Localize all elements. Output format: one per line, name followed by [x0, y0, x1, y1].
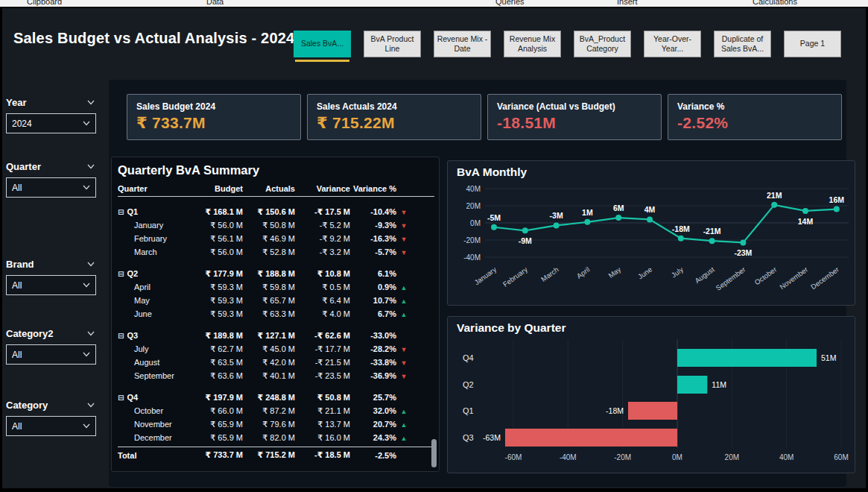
tab-revenue-mix-date[interactable]: Revenue Mix - Date	[434, 31, 491, 57]
tab-sales-bva[interactable]: Sales BvA...	[294, 31, 351, 57]
collapse-icon[interactable]: ⊟	[118, 208, 124, 216]
ribbon-clipboard[interactable]: Clipboard	[27, 0, 62, 6]
table-row-month[interactable]: February₹ 56.1 M₹ 46.9 M-₹ 9.2 M-16.3%▼	[118, 232, 434, 245]
slicer-year-dropdown[interactable]: 2024	[6, 113, 96, 133]
tab-bva-product-line[interactable]: BvA Product Line	[364, 31, 421, 57]
tab-bva-product-category[interactable]: BvA_Product Category	[574, 31, 631, 57]
column-header-variance: Variance	[295, 184, 350, 193]
chevron-down-icon[interactable]	[83, 423, 90, 429]
row-label: April	[134, 283, 151, 291]
svg-text:21M: 21M	[767, 191, 782, 200]
column-header-actuals: Actuals	[243, 184, 295, 193]
svg-text:June: June	[636, 265, 653, 281]
bva-monthly-panel: BvA Monthly 40M20M0M-20M-40M-5MJanuary-9…	[447, 160, 855, 306]
row-label: June	[134, 309, 152, 318]
svg-text:-40M: -40M	[560, 453, 577, 461]
table-row-month[interactable]: May₹ 59.3 M₹ 65.7 M₹ 6.4 M10.7%▲	[118, 294, 434, 307]
slicer-brand-dropdown[interactable]: All	[6, 275, 96, 295]
down-triangle-icon: ▼	[401, 359, 408, 367]
chevron-down-icon[interactable]	[87, 164, 95, 169]
table-row-quarter[interactable]: ⊟Q3₹ 189.8 M₹ 127.1 M-₹ 62.6 M-33.0%	[118, 329, 434, 342]
ribbon-insert[interactable]: Insert	[617, 0, 638, 6]
up-triangle-icon: ▲	[401, 297, 408, 305]
slicer-quarter-dropdown[interactable]: All	[6, 177, 96, 198]
row-label: September	[134, 371, 174, 380]
up-triangle-icon: ▲	[401, 435, 408, 442]
svg-text:-21M: -21M	[703, 227, 721, 236]
slicer-category2: Category2All	[6, 328, 96, 365]
tab-revenue-mix-analysis[interactable]: Revenue Mix Analysis	[504, 31, 561, 57]
column-header-quarter: Quarter	[118, 184, 188, 193]
chevron-down-icon[interactable]	[87, 262, 95, 267]
kpi-title: Sales Budget 2024	[136, 101, 291, 112]
quarterly-bva-summary-panel: Quarterly BvA Summary QuarterBudgetActua…	[111, 157, 440, 472]
bva-monthly-line-chart[interactable]: 40M20M0M-20M-40M-5MJanuary-9MFebruary-3M…	[448, 161, 855, 305]
ribbon-data[interactable]: Data	[206, 0, 224, 6]
chevron-down-icon[interactable]	[87, 331, 95, 336]
tab-year-over-year[interactable]: Year-Over-Year...	[644, 31, 701, 57]
table-row-month[interactable]: January₹ 56.0 M₹ 50.8 M-₹ 5.2 M-9.3%▼	[118, 218, 434, 232]
ribbon-queries[interactable]: Queries	[495, 0, 525, 6]
table-row-quarter[interactable]: ⊟Q2₹ 177.9 M₹ 188.8 M₹ 10.8 M6.1%	[118, 267, 434, 280]
chevron-down-icon[interactable]	[83, 121, 90, 126]
row-label: January	[134, 221, 163, 230]
row-label: July	[134, 344, 149, 353]
svg-text:-20M: -20M	[614, 453, 631, 461]
tab-page-1[interactable]: Page 1	[784, 31, 841, 57]
tab-duplicate-of-sales-bva[interactable]: Duplicate of Sales BvA...	[714, 31, 771, 57]
chevron-down-icon[interactable]	[83, 185, 90, 190]
svg-text:March: March	[539, 265, 560, 283]
table-row-month[interactable]: June₹ 59.3 M₹ 63.3 M₹ 4.0 M6.7%▲	[118, 307, 434, 321]
chevron-down-icon[interactable]	[83, 352, 90, 357]
table-row-month[interactable]: March₹ 56.0 M₹ 52.8 M-₹ 3.2 M-5.7%▼	[118, 245, 434, 259]
svg-text:-40M: -40M	[463, 253, 481, 262]
table-row-month[interactable]: October₹ 66.0 M₹ 87.2 M₹ 21.1 M32.0%▲	[118, 404, 434, 417]
table-row-month[interactable]: November₹ 65.9 M₹ 79.6 M₹ 13.7 M20.7%▲	[118, 417, 434, 431]
table-scrollbar-thumb[interactable]	[431, 439, 437, 467]
column-header-budget: Budget	[188, 184, 243, 193]
svg-text:-9M: -9M	[519, 236, 532, 245]
slicer-label: Category	[6, 400, 48, 411]
svg-text:14M: 14M	[798, 217, 814, 226]
table-row-month[interactable]: August₹ 63.5 M₹ 42.0 M-₹ 21.5 M-33.8%▼	[118, 356, 434, 369]
table-row-quarter[interactable]: ⊟Q1₹ 168.1 M₹ 150.6 M-₹ 17.5 M-10.4%▼	[118, 205, 434, 218]
collapse-icon[interactable]: ⊟	[118, 332, 124, 340]
slicer-category2-dropdown[interactable]: All	[6, 344, 96, 365]
kpi-card-variance-actual-vs-budget: Variance (Actual vs Budget)-18.51M	[487, 94, 662, 140]
slicer-label: Category2	[6, 328, 54, 339]
kpi-value: -18.51M	[497, 114, 652, 132]
slicer-category-dropdown[interactable]: All	[6, 416, 96, 436]
slicer-label: Quarter	[6, 161, 41, 172]
row-label: December	[134, 433, 172, 442]
chevron-down-icon[interactable]	[83, 283, 90, 288]
table-row-quarter[interactable]: ⊟Q4₹ 197.9 M₹ 248.8 M₹ 50.8 M25.7%	[118, 391, 434, 404]
svg-text:4M: 4M	[644, 205, 656, 214]
svg-text:20M: 20M	[466, 202, 481, 210]
ribbon-calculations[interactable]: Calculations	[753, 0, 797, 6]
svg-text:-18M: -18M	[672, 224, 690, 233]
table-row-total[interactable]: Total₹ 733.7 M₹ 715.2 M-₹ 18.5 M-2.5%	[118, 447, 434, 463]
table-title: Quarterly BvA Summary	[118, 163, 434, 177]
svg-text:0M: 0M	[470, 219, 481, 227]
table-row-month[interactable]: July₹ 62.7 M₹ 45.0 M-₹ 17.7 M-28.2%▼	[118, 342, 434, 356]
collapse-icon[interactable]: ⊟	[118, 394, 124, 402]
table-row-month[interactable]: September₹ 63.6 M₹ 40.1 M-₹ 23.5 M-36.9%…	[118, 369, 434, 382]
slicer-value: 2024	[12, 119, 32, 129]
down-triangle-icon: ▼	[401, 209, 408, 216]
table-row-month[interactable]: December₹ 65.9 M₹ 82.0 M₹ 16.0 M24.3%▲	[118, 431, 434, 444]
chevron-down-icon[interactable]	[87, 100, 95, 105]
svg-text:September: September	[715, 265, 747, 292]
app-root: ClipboardDataQueriesInsertCalculations S…	[0, 0, 868, 492]
svg-text:Q4: Q4	[463, 353, 474, 362]
collapse-icon[interactable]: ⊟	[118, 270, 124, 278]
chevron-down-icon[interactable]	[87, 403, 95, 408]
svg-text:-60M: -60M	[505, 453, 522, 461]
slicer-value: All	[12, 183, 22, 193]
row-label: February	[134, 234, 167, 243]
svg-text:December: December	[809, 265, 840, 291]
variance-by-quarter-bar-chart[interactable]: -60M-40M-20M0M20M40M60M51MQ411MQ2-18MQ1-…	[448, 317, 855, 473]
svg-text:51M: 51M	[821, 353, 836, 362]
table-row-month[interactable]: April₹ 59.3 M₹ 59.8 M₹ 0.5 M0.9%▲	[118, 280, 434, 294]
row-label: Q1	[127, 207, 138, 216]
svg-text:40M: 40M	[466, 185, 481, 193]
